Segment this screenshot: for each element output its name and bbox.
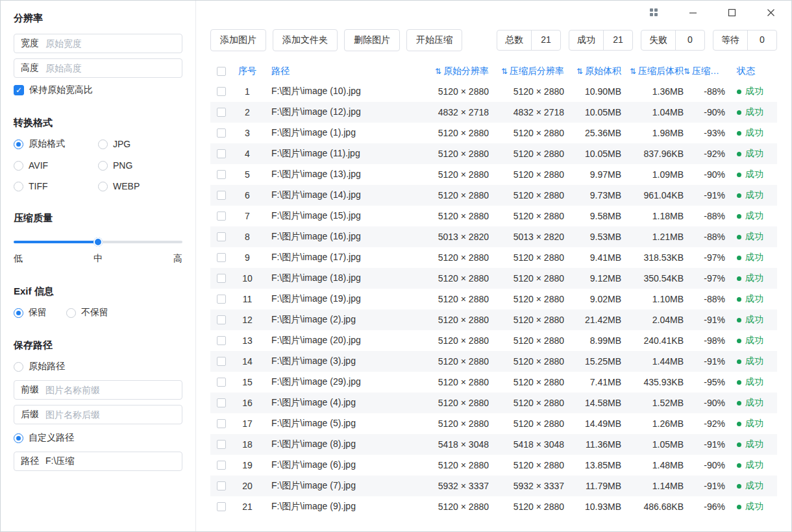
exif-option[interactable]: 不保留 — [66, 307, 108, 319]
row-checkbox[interactable] — [217, 440, 226, 449]
table-row[interactable]: 7 F:\图片\image (15).jpg 5120 × 2880 5120 … — [210, 206, 777, 226]
original-path-option[interactable]: 原始路径 — [14, 361, 182, 372]
sort-icon[interactable]: ⇅ — [630, 67, 636, 76]
radio-icon[interactable] — [14, 362, 23, 372]
radio-icon[interactable] — [66, 308, 76, 318]
header-compressed-size[interactable]: ⇅压缩后体积 — [621, 66, 684, 77]
row-checkbox[interactable] — [217, 378, 226, 387]
suffix-input[interactable] — [45, 409, 182, 420]
radio-icon[interactable] — [14, 433, 23, 443]
quality-slider[interactable] — [14, 237, 182, 247]
row-checkbox[interactable] — [217, 461, 226, 470]
table-row[interactable]: 5 F:\图片\image (13).jpg 5120 × 2880 5120 … — [210, 164, 777, 185]
table-row[interactable]: 1 F:\图片\image (10).jpg 5120 × 2880 5120 … — [210, 81, 777, 102]
row-compressed-size: 1.09MB — [621, 169, 684, 180]
table-row[interactable]: 8 F:\图片\image (16).jpg 5013 × 2820 5013 … — [210, 226, 777, 247]
header-ratio[interactable]: ⇅压缩比率 — [684, 66, 725, 77]
format-option-label: AVIF — [29, 160, 48, 171]
custom-path-option[interactable]: 自定义路径 — [14, 432, 182, 444]
close-icon[interactable] — [765, 7, 776, 18]
row-checkbox[interactable] — [217, 502, 226, 511]
toolbar-button[interactable]: 添加图片 — [210, 29, 266, 51]
exif-option[interactable]: 保留 — [14, 307, 47, 319]
row-checkbox[interactable] — [217, 170, 226, 179]
table-row[interactable]: 11 F:\图片\image (19).jpg 5120 × 2880 5120… — [210, 289, 777, 309]
radio-icon[interactable] — [14, 308, 23, 318]
row-checkbox[interactable] — [217, 87, 226, 96]
header-original-size[interactable]: ⇅原始体积 — [564, 66, 621, 77]
row-ratio: -88% — [684, 232, 725, 242]
apps-grid-icon[interactable] — [649, 7, 659, 18]
toolbar-button[interactable]: 开始压缩 — [406, 29, 462, 51]
format-option[interactable]: PNG — [98, 160, 182, 171]
toolbar-button[interactable]: 删除图片 — [344, 29, 400, 51]
format-option[interactable]: TIFF — [14, 181, 98, 191]
path-input[interactable] — [45, 456, 182, 466]
header-path[interactable]: 路径 — [262, 66, 419, 77]
row-checkbox[interactable] — [217, 336, 226, 345]
row-checkbox[interactable] — [217, 108, 226, 117]
row-checkbox[interactable] — [217, 419, 226, 428]
radio-icon[interactable] — [98, 139, 108, 149]
table-row[interactable]: 21 F:\图片\image (9).jpg 5120 × 2880 5120 … — [210, 496, 777, 517]
row-checkbox[interactable] — [217, 357, 226, 366]
sort-icon[interactable]: ⇅ — [684, 67, 690, 76]
table-row[interactable]: 12 F:\图片\image (2).jpg 5120 × 2880 5120 … — [210, 309, 777, 330]
row-checkbox[interactable] — [217, 212, 226, 221]
row-checkbox[interactable] — [217, 191, 226, 200]
height-input[interactable] — [45, 63, 182, 73]
format-option[interactable]: WEBP — [98, 181, 182, 191]
row-checkbox[interactable] — [217, 295, 226, 304]
table-row[interactable]: 9 F:\图片\image (17).jpg 5120 × 2880 5120 … — [210, 247, 777, 268]
sort-icon[interactable]: ⇅ — [501, 67, 508, 76]
quality-slider-thumb[interactable] — [93, 237, 103, 247]
table-row[interactable]: 13 F:\图片\image (20).jpg 5120 × 2880 5120… — [210, 330, 777, 351]
table-row[interactable]: 4 F:\图片\image (11).jpg 5120 × 2880 5120 … — [210, 143, 777, 164]
row-original-size: 9.41MB — [564, 252, 621, 263]
format-option[interactable]: JPG — [98, 138, 182, 150]
header-compressed-resolution[interactable]: ⇅压缩后分辨率 — [489, 66, 564, 77]
row-checkbox[interactable] — [217, 149, 226, 158]
sort-icon[interactable]: ⇅ — [576, 67, 583, 76]
row-checkbox[interactable] — [217, 315, 226, 324]
table-row[interactable]: 14 F:\图片\image (3).jpg 5120 × 2880 5120 … — [210, 351, 777, 372]
width-input[interactable] — [45, 38, 182, 49]
row-checkbox[interactable] — [217, 232, 226, 241]
radio-icon[interactable] — [98, 161, 108, 171]
format-option[interactable]: AVIF — [14, 160, 98, 171]
radio-icon[interactable] — [98, 182, 108, 191]
keep-ratio-checkbox[interactable] — [14, 85, 24, 95]
row-checkbox[interactable] — [217, 398, 226, 407]
table-row[interactable]: 17 F:\图片\image (5).jpg 5120 × 2880 5120 … — [210, 413, 777, 434]
radio-icon[interactable] — [14, 139, 23, 149]
keep-ratio-checkbox-row[interactable]: 保持原始宽高比 — [14, 84, 182, 96]
row-checkbox[interactable] — [217, 128, 226, 138]
header-index[interactable]: 序号 — [232, 66, 262, 77]
table-row[interactable]: 2 F:\图片\image (12).jpg 4832 × 2718 4832 … — [210, 102, 777, 123]
table-row[interactable]: 10 F:\图片\image (18).jpg 5120 × 2880 5120… — [210, 268, 777, 289]
maximize-icon[interactable] — [726, 7, 737, 18]
row-original-resolution: 5120 × 2880 — [419, 252, 489, 263]
row-status: 成功 — [745, 376, 763, 388]
table-row[interactable]: 15 F:\图片\image (29).jpg 5120 × 2880 5120… — [210, 372, 777, 393]
table-row[interactable]: 18 F:\图片\image (8).jpg 5418 × 3048 5418 … — [210, 434, 777, 455]
table-row[interactable]: 16 F:\图片\image (4).jpg 5120 × 2880 5120 … — [210, 393, 777, 413]
radio-icon[interactable] — [14, 161, 23, 171]
prefix-input[interactable] — [45, 385, 182, 395]
table-row[interactable]: 19 F:\图片\image (6).jpg 5120 × 2880 5120 … — [210, 455, 777, 476]
minimize-icon[interactable] — [687, 7, 698, 18]
row-checkbox[interactable] — [217, 253, 226, 262]
header-original-resolution[interactable]: ⇅原始分辨率 — [419, 66, 489, 77]
select-all-checkbox[interactable] — [217, 67, 226, 76]
table-row[interactable]: 6 F:\图片\image (14).jpg 5120 × 2880 5120 … — [210, 185, 777, 206]
quality-slider-fill — [14, 241, 98, 243]
radio-icon[interactable] — [14, 182, 23, 191]
row-checkbox[interactable] — [217, 481, 226, 490]
sort-icon[interactable]: ⇅ — [435, 67, 441, 76]
toolbar-button[interactable]: 添加文件夹 — [273, 29, 338, 51]
row-compressed-size: 1.18MB — [621, 211, 684, 221]
table-row[interactable]: 3 F:\图片\image (1).jpg 5120 × 2880 5120 ×… — [210, 123, 777, 143]
table-row[interactable]: 20 F:\图片\image (7).jpg 5932 × 3337 5932 … — [210, 476, 777, 496]
format-option[interactable]: 原始格式 — [14, 138, 98, 150]
row-checkbox[interactable] — [217, 274, 226, 283]
